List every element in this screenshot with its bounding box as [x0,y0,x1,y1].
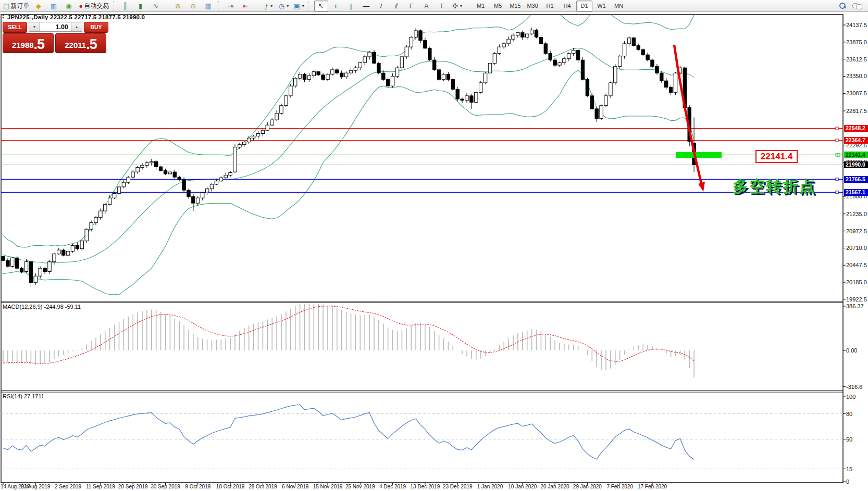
autotrading-button: ● [79,3,83,9]
tf-h1[interactable]: H1 [542,1,558,11]
candle [178,177,181,180]
candle [567,54,571,59]
candle [2,257,5,261]
market-watch-icon[interactable]: ▥ [47,1,61,11]
news-icon: ◉ [66,3,71,9]
candle [512,35,515,40]
new-order-button[interactable]: ▤新订单 [2,1,31,11]
line-handle[interactable] [836,127,838,130]
tile-windows-icon[interactable]: ▦ [202,1,216,11]
label-icon[interactable]: T [435,1,449,11]
tf-m30[interactable]: M30 [525,1,541,11]
line-handle[interactable] [836,139,838,142]
volume-decrease-button[interactable]: ▼ [29,22,40,32]
price-callout-box[interactable]: 22141.4 [755,150,798,163]
candle [475,93,478,103]
price-chart[interactable] [0,0,868,491]
sell-price-panel[interactable]: 21988.5 [3,33,54,53]
text-icon[interactable]: A [420,1,434,11]
candle [428,48,431,60]
candle [275,114,278,120]
tf-w1[interactable]: W1 [593,1,610,11]
sell-button[interactable]: SELL [3,22,27,33]
candle [451,80,454,90]
channel-icon: ⫽ [395,3,398,9]
line-handle[interactable] [836,178,838,181]
autotrading-button[interactable]: ●自动交易 [77,1,110,11]
channel-icon[interactable]: ⫽ [390,1,404,11]
search-icon[interactable] [839,2,846,9]
zoom-out-icon: ⊖ [190,3,196,9]
candle [307,75,311,80]
vertical-line-icon[interactable]: | [344,1,358,11]
bar-chart-icon[interactable]: ║ [119,1,133,11]
turning-point-annotation[interactable]: 多空转折点 [733,176,816,197]
trendline-icon[interactable]: / [375,1,389,11]
tf-m15[interactable]: M15 [507,1,523,11]
candle [326,74,329,80]
candle [331,70,334,74]
news-icon[interactable]: ◉ [62,1,76,11]
candle [48,262,51,272]
horizontal-line-icon[interactable]: — [359,1,374,11]
volume-input[interactable]: 1.00 [40,22,71,32]
macd-pane [3,302,694,377]
zoom-in-icon[interactable]: ⊕ [171,1,185,11]
candlestick-chart-icon: ▮ [139,3,142,9]
volume-increase-button[interactable]: ▲ [71,22,82,32]
candle [344,73,348,77]
candle [62,250,65,255]
line-chart-icon[interactable]: ∿ [149,1,163,11]
chat-icon[interactable] [852,3,862,9]
crosshair-icon[interactable]: + [329,1,343,11]
green-highlight-zone[interactable] [676,152,722,158]
candlestick-chart-icon[interactable]: ▮ [134,1,148,11]
tf-m1[interactable]: M1 [473,1,489,11]
candle [470,96,473,103]
candle [660,73,663,81]
candle [192,197,195,204]
candle [600,106,603,119]
tf-mn[interactable]: MN [611,1,627,11]
candle [419,31,422,41]
candle [280,106,283,114]
candle [145,163,148,166]
candle [187,190,190,197]
cursor-icon[interactable]: ↖ [314,1,328,11]
tf-d1[interactable]: D1 [576,1,592,11]
candle [136,167,139,172]
candle [108,198,111,205]
templates-icon[interactable]: ▣▾ [292,1,306,11]
candle [377,63,380,73]
auto-scroll-icon[interactable]: ⇥ [224,1,238,11]
buy-button[interactable]: BUY [84,22,108,33]
oneclick-collapse-toggle[interactable]: ▲▼ [2,14,6,19]
horizontal-price-lines[interactable] [1,127,843,194]
periods-icon[interactable]: ◷▾ [277,1,291,11]
candle [247,138,251,142]
candle [488,63,491,73]
zoom-out-icon[interactable]: ⊖ [187,1,201,11]
buy-price-panel[interactable]: 22011.5 [55,33,106,53]
candle [39,268,42,276]
tf-m5[interactable]: M5 [490,1,506,11]
candle [104,205,107,211]
candle [182,180,185,190]
indicators-icon[interactable]: ƒ▾ [262,1,276,11]
candle [368,52,371,57]
candle [29,262,32,283]
candle [549,54,552,60]
chart-shift-icon[interactable]: ⇤ [239,1,253,11]
candle [164,171,167,174]
sell-price: 21988 [12,39,34,52]
fibonacci-icon[interactable]: F [405,1,419,11]
tf-h4[interactable]: H4 [559,1,575,11]
metaeditor-icon[interactable]: ◆ [32,1,46,11]
candle [651,60,654,67]
candle [289,86,292,96]
price-chip-support: 21567.1 [844,189,868,196]
shapes-icon[interactable]: ✣▾ [450,1,464,11]
toolbar-separator [218,1,221,10]
trend-arrow-head[interactable] [698,182,705,192]
line-handle[interactable] [836,191,838,194]
